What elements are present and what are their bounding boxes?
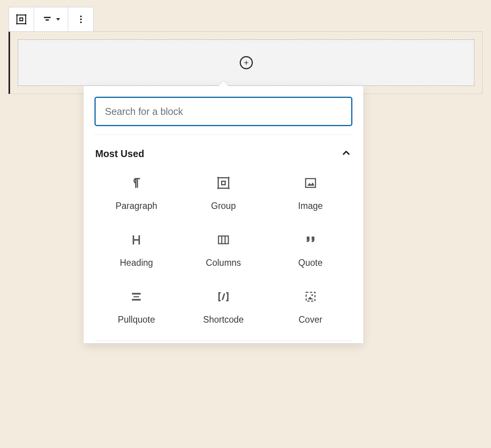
block-item-group[interactable]: Group xyxy=(180,171,267,211)
block-search-input[interactable] xyxy=(94,97,352,126)
plus-circle-icon xyxy=(243,59,250,66)
block-item-shortcode[interactable]: Shortcode xyxy=(180,284,267,325)
block-item-columns[interactable]: Columns xyxy=(180,227,267,268)
group-block-icon xyxy=(15,14,27,25)
block-item-image[interactable]: Image xyxy=(267,171,354,211)
block-item-quote[interactable]: Quote xyxy=(267,227,354,268)
section-toggle-most-used[interactable]: Most Used xyxy=(84,135,363,171)
block-type-button[interactable] xyxy=(9,7,34,31)
block-label: Columns xyxy=(206,258,241,268)
block-item-paragraph[interactable]: Paragraph xyxy=(93,171,180,211)
block-toolbar xyxy=(9,7,94,32)
block-item-pullquote[interactable]: Pullquote xyxy=(93,284,180,325)
quote-icon xyxy=(304,233,318,247)
block-item-cover[interactable]: Cover xyxy=(267,284,354,325)
block-label: Group xyxy=(211,201,236,211)
selected-block-outline xyxy=(9,31,482,94)
block-grid: Paragraph Group Image Heading Columns Qu… xyxy=(84,171,363,340)
block-label: Quote xyxy=(298,258,323,268)
add-block-button[interactable] xyxy=(240,56,253,69)
group-icon xyxy=(216,176,230,190)
block-appender[interactable] xyxy=(18,39,474,86)
heading-icon xyxy=(129,233,143,247)
cover-icon xyxy=(304,290,318,304)
block-editor-area xyxy=(9,7,482,94)
align-icon xyxy=(42,14,52,24)
block-label: Heading xyxy=(120,258,153,268)
section-title: Most Used xyxy=(95,148,144,159)
paragraph-icon xyxy=(129,176,143,190)
chevron-down-icon xyxy=(56,18,60,21)
divider xyxy=(94,340,352,341)
block-label: Paragraph xyxy=(116,201,157,211)
popover-caret xyxy=(218,81,229,87)
columns-icon xyxy=(216,233,230,247)
chevron-up-icon xyxy=(341,147,352,160)
block-label: Image xyxy=(298,201,323,211)
block-label: Cover xyxy=(299,315,322,325)
shortcode-icon xyxy=(216,290,230,304)
block-label: Shortcode xyxy=(203,315,244,325)
block-inserter-popover: Most Used Paragraph Group Image Heading … xyxy=(84,86,363,343)
block-label: Pullquote xyxy=(118,315,155,325)
image-icon xyxy=(304,176,318,190)
block-item-heading[interactable]: Heading xyxy=(93,227,180,268)
pullquote-icon xyxy=(129,290,143,304)
more-options-icon xyxy=(76,14,86,24)
more-options-button[interactable] xyxy=(68,7,93,31)
align-button[interactable] xyxy=(34,7,68,31)
